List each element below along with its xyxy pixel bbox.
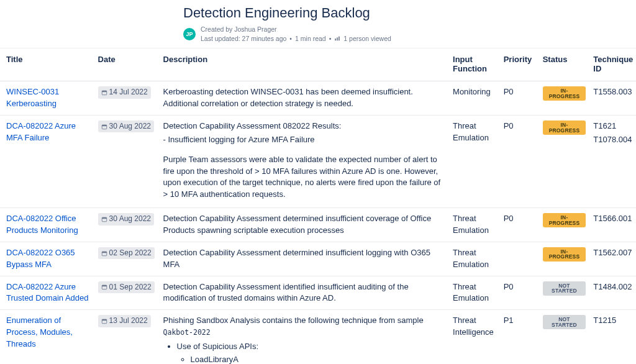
svg-rect-10 — [102, 252, 107, 253]
priority: P0 — [500, 276, 539, 310]
row-title-link[interactable]: WINSEC-0031 Kerberoasting — [6, 87, 59, 108]
date-chip[interactable]: 30 Aug 2022 — [98, 213, 154, 225]
input-function: Threat Intelligence — [449, 310, 500, 364]
calendar-icon — [101, 124, 107, 130]
calendar-icon — [101, 250, 107, 257]
technique-cell: T1566.001 — [589, 208, 636, 242]
viewers: 1 person viewed — [343, 34, 391, 43]
table-row: DCA-082022 Azure MFA Failure 30 Aug 2022… — [0, 116, 636, 208]
row-title-link[interactable]: DCA-082022 Azure Trusted Domain Added — [6, 282, 88, 303]
calendar-icon — [101, 318, 107, 324]
row-title-link[interactable]: Enumeration of Process, Modules, Threads — [6, 316, 73, 348]
calendar-icon — [101, 284, 107, 290]
date-chip[interactable]: 14 Jul 2022 — [98, 86, 151, 98]
table-row: DCA-082022 O365 Bypass MFA 02 Sep 2022 D… — [0, 242, 636, 276]
col-technique[interactable]: Technique ID — [589, 48, 636, 81]
date-text: 14 Jul 2022 — [109, 87, 148, 98]
backlog-table: Title Date Description Input Function Pr… — [0, 48, 636, 364]
input-function: Threat Emulation — [449, 208, 500, 242]
description-cell: Detection Capability Assessment determin… — [160, 208, 450, 242]
technique-cell: T1562.007 — [589, 242, 636, 276]
col-input[interactable]: Input Function — [449, 48, 500, 81]
description-cell: Phishing Sandbox Analysis contains the f… — [160, 310, 450, 364]
svg-rect-8 — [102, 217, 107, 219]
date-text: 30 Aug 2022 — [109, 214, 151, 224]
col-description[interactable]: Description — [160, 48, 450, 81]
avatar[interactable]: JP — [183, 28, 196, 40]
priority: P0 — [500, 116, 539, 208]
technique-cell: T1484.002 — [589, 276, 636, 310]
col-priority[interactable]: Priority — [500, 48, 539, 81]
analytics-icon — [334, 35, 340, 42]
svg-rect-12 — [102, 285, 107, 286]
priority — [500, 242, 539, 276]
date-text: 30 Aug 2022 — [109, 121, 151, 132]
status-badge[interactable]: IN-PROGRESS — [543, 121, 586, 135]
col-date[interactable]: Date — [94, 48, 160, 81]
meta-text: Created by Joshua Prager Last updated: 2… — [201, 25, 391, 43]
svg-rect-0 — [335, 39, 337, 40]
page-meta: JP Created by Joshua Prager Last updated… — [183, 25, 636, 43]
date-chip[interactable]: 13 Jul 2022 — [98, 315, 151, 327]
table-row: Enumeration of Process, Modules, Threads… — [0, 310, 636, 364]
description-cell: Detection Capability Assessment 082022 R… — [160, 116, 450, 208]
svg-rect-2 — [338, 37, 340, 41]
col-status[interactable]: Status — [539, 48, 590, 81]
input-function: Threat Emulation — [449, 116, 500, 208]
svg-rect-4 — [102, 91, 107, 92]
technique-cell: T1558.003 — [589, 81, 636, 116]
table-header-row: Title Date Description Input Function Pr… — [0, 48, 636, 81]
technique-cell: T1621 T1078.004 — [589, 116, 636, 208]
status-badge[interactable]: IN-PROGRESS — [543, 247, 586, 262]
date-text: 13 Jul 2022 — [109, 316, 148, 326]
last-updated: Last updated: 27 minutes ago — [201, 34, 286, 43]
date-chip[interactable]: 30 Aug 2022 — [98, 121, 154, 132]
page-title: Detection Engineering Backlog — [183, 5, 636, 21]
row-title-link[interactable]: DCA-082022 Office Products Monitoring — [6, 214, 78, 235]
input-function: Threat Emulation — [449, 242, 500, 276]
date-text: 02 Sep 2022 — [109, 248, 152, 258]
calendar-icon — [101, 216, 107, 222]
table-row: DCA-082022 Office Products Monitoring 30… — [0, 208, 636, 242]
status-badge[interactable]: NOT STARTED — [543, 315, 586, 329]
status-badge[interactable]: IN-PROGRESS — [543, 213, 586, 227]
table-row: WINSEC-0031 Kerberoasting 14 Jul 2022 Ke… — [0, 81, 636, 116]
input-function: Threat Emulation — [449, 276, 500, 310]
svg-rect-1 — [337, 37, 338, 40]
date-chip[interactable]: 01 Sep 2022 — [98, 281, 155, 293]
technique-cell: T1215 — [589, 310, 636, 364]
priority: P0 — [500, 81, 539, 116]
row-title-link[interactable]: DCA-082022 O365 Bypass MFA — [6, 248, 75, 269]
date-text: 01 Sep 2022 — [109, 282, 152, 293]
description-cell: Detection Capability Assessment identifi… — [160, 276, 450, 310]
created-by: Created by Joshua Prager — [201, 25, 391, 34]
input-function: Monitoring — [449, 81, 500, 116]
list-item: LoadLibraryA — [191, 353, 446, 364]
table-row: DCA-082022 Azure Trusted Domain Added 01… — [0, 276, 636, 310]
priority: P0 — [500, 208, 539, 242]
col-title[interactable]: Title — [0, 48, 94, 81]
description-cell: Kerberoasting detection WINSEC-0031 has … — [160, 81, 450, 116]
row-title-link[interactable]: DCA-082022 Azure MFA Failure — [6, 121, 76, 142]
read-time: 1 min read — [295, 34, 326, 43]
calendar-icon — [101, 89, 107, 96]
status-badge[interactable]: IN-PROGRESS — [543, 86, 586, 101]
status-badge[interactable]: NOT STARTED — [543, 281, 586, 296]
svg-rect-14 — [102, 319, 107, 321]
page-header: Detection Engineering Backlog JP Created… — [0, 0, 636, 48]
priority: P1 — [500, 310, 539, 364]
svg-rect-6 — [102, 125, 107, 126]
date-chip[interactable]: 02 Sep 2022 — [98, 247, 155, 259]
list-item: Use of Supicious APIs: — [177, 340, 446, 353]
description-cell: Detection Capability Assessment determin… — [160, 242, 450, 276]
